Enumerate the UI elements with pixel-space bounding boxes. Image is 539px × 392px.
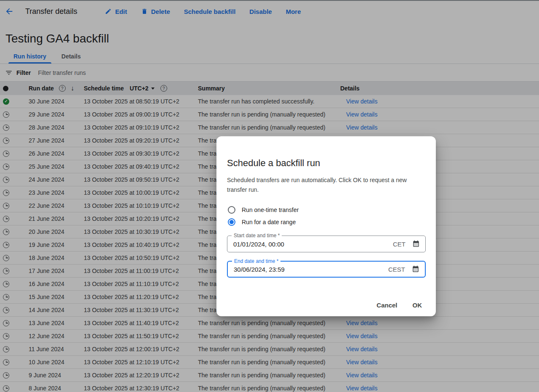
start-calendar-button[interactable] (412, 240, 420, 248)
end-date-field[interactable]: End date and time * 30/06/2024, 23:59 CE… (227, 261, 426, 278)
end-date-value[interactable]: 30/06/2024, 23:59 (234, 266, 388, 273)
dialog-title: Schedule a backfill run (227, 136, 425, 169)
start-date-label: Start date and time * (232, 233, 282, 238)
radio-run-for-date-range[interactable]: Run for a date range (228, 216, 425, 228)
end-calendar-button[interactable] (412, 265, 419, 273)
dialog-actions: Cancel OK (371, 298, 427, 312)
end-timezone: CEST (388, 266, 405, 273)
start-date-value[interactable]: 01/01/2024, 00:00 (233, 241, 393, 248)
ok-button[interactable]: OK (408, 298, 427, 312)
schedule-backfill-dialog: Schedule a backfill run Scheduled transf… (216, 136, 436, 316)
backfill-options: Run one-time transfer Run for a date ran… (227, 204, 425, 228)
radio-label: Run one-time transfer (242, 207, 299, 213)
calendar-icon (412, 240, 420, 248)
dialog-body-text: Scheduled transfers are run automaticall… (227, 175, 417, 195)
radio-icon (228, 218, 235, 226)
radio-run-one-time-transfer[interactable]: Run one-time transfer (228, 204, 425, 216)
start-date-field[interactable]: Start date and time * 01/01/2024, 00:00 … (227, 236, 426, 252)
start-timezone: CET (393, 241, 406, 248)
transfer-details-page: Transfer details Edit Delete Schedule ba… (0, 0, 539, 392)
radio-label: Run for a date range (242, 219, 296, 225)
end-date-label: End date and time * (232, 258, 280, 264)
radio-icon (228, 206, 235, 214)
calendar-icon (412, 265, 419, 273)
cancel-button[interactable]: Cancel (371, 298, 402, 312)
